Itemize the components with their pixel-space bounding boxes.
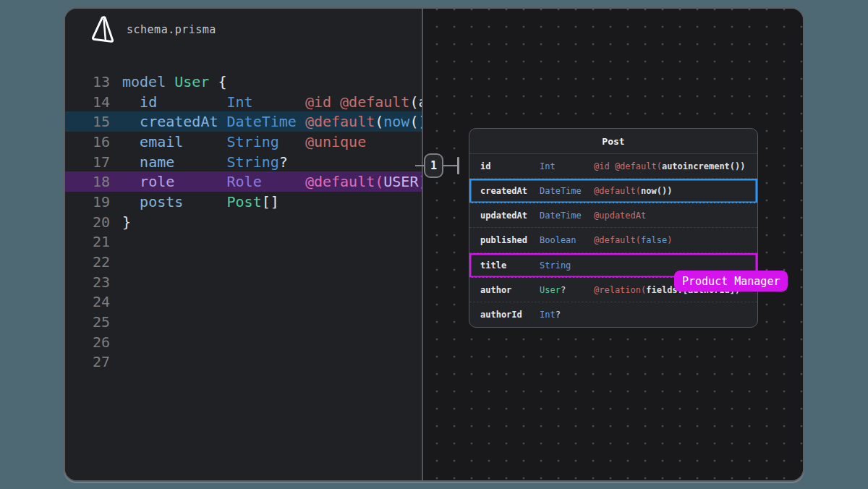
line-number: 20 bbox=[65, 213, 110, 231]
file-name: schema.prisma bbox=[127, 23, 216, 36]
code-token: ( bbox=[375, 113, 383, 130]
code-text: model User { bbox=[122, 73, 227, 90]
code-token bbox=[297, 113, 305, 130]
code-line-17[interactable]: 17 name String? bbox=[65, 152, 422, 172]
schema-editor-panel[interactable]: schema.prisma 13model User {14 id Int @i… bbox=[65, 9, 422, 480]
code-token: now bbox=[383, 113, 409, 130]
code-token: ( bbox=[375, 173, 383, 190]
relation-cardinality-badge[interactable]: 1 bbox=[424, 153, 443, 178]
code-token bbox=[122, 173, 140, 190]
code-text: id Int @id @default(autoincrement()) bbox=[122, 93, 422, 111]
field-name: createdAt bbox=[480, 186, 540, 196]
schema-canvas-panel[interactable]: Post idInt@id @default(autoincrement())c… bbox=[423, 9, 803, 480]
code-token: Role bbox=[227, 173, 262, 190]
code-token: DateTime bbox=[540, 211, 582, 221]
code-token: ( bbox=[409, 93, 418, 111]
code-token: @default( bbox=[594, 235, 641, 245]
model-card-title: Post bbox=[469, 129, 757, 154]
code-token bbox=[122, 133, 140, 150]
line-number: 25 bbox=[65, 313, 110, 331]
field-type: Int? bbox=[540, 310, 594, 320]
code-line-25[interactable]: 25 bbox=[65, 312, 422, 332]
code-token: autoincrement()) bbox=[662, 161, 746, 171]
field-name: author bbox=[480, 285, 540, 295]
code-text: email String @unique bbox=[122, 133, 366, 150]
code-token: ? bbox=[561, 285, 566, 295]
code-line-20[interactable]: 20} bbox=[65, 212, 422, 232]
code-token: posts bbox=[140, 193, 183, 211]
code-token: autoincrement bbox=[418, 93, 422, 111]
code-token: @default( bbox=[594, 186, 641, 196]
code-token: USER bbox=[383, 173, 418, 190]
code-text: name String? bbox=[122, 153, 288, 171]
code-token: Post bbox=[227, 193, 262, 211]
code-token bbox=[122, 193, 140, 211]
code-line-22[interactable]: 22 bbox=[65, 252, 422, 272]
code-token: Int bbox=[227, 93, 253, 111]
line-number: 24 bbox=[65, 293, 110, 310]
editor-header: schema.prisma bbox=[90, 16, 216, 43]
field-attributes: @default(now()) bbox=[594, 186, 757, 196]
post-model-card[interactable]: Post idInt@id @default(autoincrement())c… bbox=[469, 128, 758, 328]
code-line-26[interactable]: 26 bbox=[65, 332, 422, 352]
line-number: 18 bbox=[65, 173, 110, 190]
model-field-row-updatedAt[interactable]: updatedAtDateTime@updatedAt bbox=[469, 203, 757, 228]
code-line-27[interactable]: 27 bbox=[65, 352, 422, 373]
field-type: Int bbox=[540, 161, 594, 171]
code-token: @updatedAt bbox=[594, 211, 646, 221]
field-type: User? bbox=[540, 285, 594, 295]
line-number: 13 bbox=[65, 73, 110, 90]
line-number: 23 bbox=[65, 273, 110, 291]
code-token: Int bbox=[540, 310, 556, 320]
line-number: 26 bbox=[65, 333, 110, 351]
code-token: @default bbox=[305, 113, 375, 130]
code-token: false bbox=[641, 235, 667, 245]
field-name: updatedAt bbox=[480, 211, 540, 221]
line-number: 19 bbox=[65, 193, 110, 211]
code-text: } bbox=[122, 213, 131, 231]
code-token: role bbox=[140, 173, 174, 190]
model-field-row-id[interactable]: idInt@id @default(autoincrement()) bbox=[469, 154, 757, 179]
code-token: email bbox=[140, 133, 183, 150]
model-rows: idInt@id @default(autoincrement())create… bbox=[469, 154, 757, 327]
code-token: id bbox=[140, 93, 157, 111]
desktop-background: schema.prisma 13model User {14 id Int @i… bbox=[0, 0, 868, 489]
code-line-13[interactable]: 13model User { bbox=[65, 72, 422, 92]
code-token: name bbox=[140, 153, 174, 171]
code-token: } bbox=[122, 213, 131, 231]
code-token bbox=[253, 93, 305, 111]
code-token: ? bbox=[279, 153, 288, 171]
model-field-row-authorId[interactable]: authorIdInt? bbox=[469, 302, 757, 327]
code-token: now()) bbox=[641, 186, 672, 196]
relation-end-tick-icon bbox=[457, 157, 459, 174]
model-field-row-createdAt[interactable]: createdAtDateTime@default(now()) bbox=[469, 179, 757, 203]
code-token: ) bbox=[418, 173, 422, 190]
code-line-19[interactable]: 19 posts Post[] bbox=[65, 192, 422, 212]
code-token bbox=[122, 93, 140, 111]
code-line-14[interactable]: 14 id Int @id @default(autoincrement()) bbox=[65, 92, 422, 112]
code-text: posts Post[] bbox=[122, 193, 279, 211]
model-field-row-published[interactable]: publishedBoolean@default(false) bbox=[469, 228, 757, 252]
code-token: @id @default( bbox=[594, 161, 662, 171]
code-token: ? bbox=[556, 310, 561, 320]
code-line-21[interactable]: 21 bbox=[65, 232, 422, 252]
code-token bbox=[122, 153, 140, 171]
code-token: String bbox=[227, 133, 279, 150]
code-token bbox=[279, 133, 305, 150]
code-text: role Role @default(USER) bbox=[122, 173, 422, 190]
code-token bbox=[174, 173, 226, 190]
code-token: ()) bbox=[409, 113, 422, 130]
code-token: @relation( bbox=[594, 285, 646, 295]
code-line-23[interactable]: 23 bbox=[65, 272, 422, 292]
code-token bbox=[157, 93, 226, 111]
code-line-15[interactable]: 15 createdAt DateTime @default(now()) bbox=[65, 111, 422, 132]
code-token bbox=[218, 113, 226, 130]
code-line-18[interactable]: 18 role Role @default(USER) bbox=[65, 171, 422, 192]
line-number: 16 bbox=[65, 133, 110, 150]
code-area[interactable]: 13model User {14 id Int @id @default(aut… bbox=[65, 72, 422, 372]
line-number: 21 bbox=[65, 233, 110, 250]
code-token: User bbox=[174, 73, 209, 90]
code-line-16[interactable]: 16 email String @unique bbox=[65, 132, 422, 152]
code-line-24[interactable]: 24 bbox=[65, 292, 422, 312]
field-type: DateTime bbox=[540, 186, 594, 196]
